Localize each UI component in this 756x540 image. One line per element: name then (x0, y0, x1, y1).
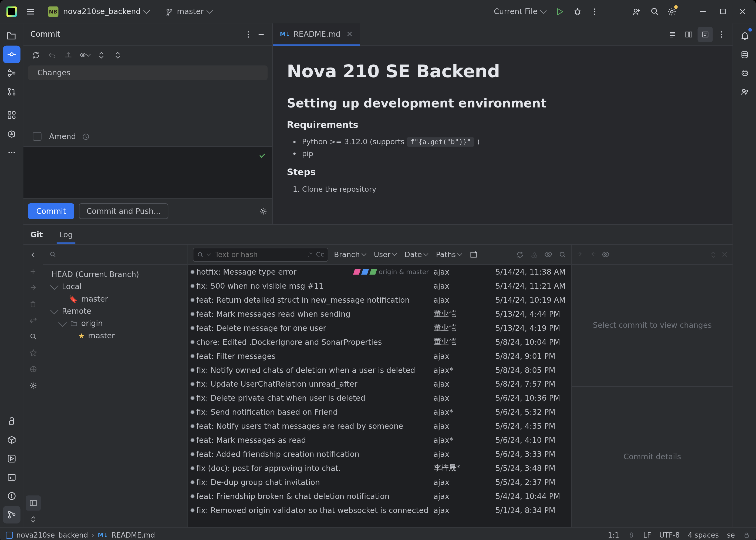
find-button[interactable] (25, 329, 41, 344)
details-close-button[interactable] (721, 251, 728, 258)
debug-button[interactable] (569, 3, 586, 20)
search-everywhere-button[interactable] (646, 3, 663, 20)
commit-row[interactable]: feat: Friendship broken & chat deletion … (188, 489, 571, 503)
close-tab-button[interactable]: ✕ (346, 30, 353, 38)
commit-row[interactable]: feat: Mark messages read when sending董业恺… (188, 307, 571, 321)
preview-only-view-button[interactable] (698, 27, 713, 42)
commit-row[interactable]: fix: Removed origin validator so that we… (188, 503, 571, 517)
branches-pane-toggle[interactable] (25, 495, 41, 510)
services-tool-button[interactable] (3, 106, 20, 124)
problems-tool-button[interactable] (3, 487, 20, 505)
commit-row[interactable]: feat: Return detailed struct in new_mess… (188, 293, 571, 307)
refresh-log-button[interactable] (516, 250, 524, 258)
details-nav-right[interactable] (589, 251, 596, 258)
commit-row[interactable]: chore: Edited .DockerIgnore and SonarPro… (188, 335, 571, 349)
database-tool-button[interactable] (736, 46, 753, 63)
delete-branch-button[interactable] (25, 296, 41, 311)
changelist-button[interactable] (96, 50, 106, 60)
branch-filter[interactable]: Branch (331, 249, 368, 260)
terminal-tool-button[interactable] (3, 469, 20, 486)
copilot-tool-button[interactable] (736, 64, 753, 82)
details-expand-button[interactable] (710, 251, 717, 258)
editor-more-button[interactable] (714, 27, 729, 42)
markdown-preview[interactable]: Nova 210 SE Backend Setting up developme… (273, 46, 732, 224)
git-log-tab[interactable]: Log (52, 226, 80, 243)
collapse-button[interactable] (25, 512, 41, 527)
new-branch-button[interactable] (25, 264, 41, 279)
breadcrumb-file[interactable]: README.md (111, 531, 155, 539)
cherry-pick-button[interactable] (530, 250, 538, 258)
branch-selector[interactable]: master (161, 5, 216, 18)
python-console-tool-button[interactable] (3, 413, 20, 430)
local-branches-node[interactable]: Local (43, 281, 188, 293)
run-button[interactable] (552, 3, 568, 20)
fetch-button[interactable] (25, 361, 41, 377)
git-settings-button[interactable] (25, 378, 41, 393)
commit-row[interactable]: fix: Delete private chat when user is de… (188, 391, 571, 405)
commit-row[interactable]: fix: Notify owned chats of deletion when… (188, 363, 571, 377)
details-eye[interactable] (601, 250, 610, 259)
collaborators-tool-button[interactable] (736, 83, 753, 100)
caret-position[interactable]: 1:1 (608, 531, 619, 539)
remote-branches-node[interactable]: Remote (43, 305, 188, 317)
window-minimize-button[interactable] (693, 3, 713, 20)
commit-row[interactable]: fix: 500 when no visible msg #11ajax5/14… (188, 279, 571, 293)
compare-button[interactable] (25, 313, 41, 328)
log-search-input[interactable] (214, 250, 304, 259)
commit-panel-options-button[interactable] (244, 30, 252, 38)
branches-search[interactable] (43, 245, 188, 265)
diff-button[interactable] (63, 50, 74, 60)
commit-log-table[interactable]: hotfix: Message type errororigin & maste… (188, 265, 571, 527)
main-menu-button[interactable] (22, 3, 39, 20)
indent-settings[interactable]: 4 spaces (688, 531, 719, 539)
origin-remote-node[interactable]: origin (43, 317, 188, 330)
open-new-tab-button[interactable] (470, 250, 478, 259)
structure-tool-button[interactable] (3, 64, 20, 82)
commit-and-push-button[interactable]: Commit and Push... (79, 203, 168, 219)
run-config-selector[interactable]: Current File (489, 5, 551, 18)
history-icon[interactable] (82, 132, 90, 140)
commit-row[interactable]: feat: Added friendship creation notifica… (188, 447, 571, 461)
amend-checkbox[interactable] (33, 132, 41, 141)
readonly-lock-icon[interactable] (743, 531, 750, 538)
commit-row[interactable]: feat: Filter messagesajax5/8/24, 9:01 PM (188, 349, 571, 363)
ai-assistant-tool-button[interactable] (3, 125, 20, 143)
file-encoding[interactable]: UTF-8 (659, 531, 680, 539)
find-in-log-button[interactable] (559, 250, 567, 258)
commit-row[interactable]: fix: Send notification based on Friendaj… (188, 405, 571, 419)
code-with-me-button[interactable] (629, 3, 645, 20)
commit-row[interactable]: feat: Mark messages as readajax*5/6/24, … (188, 433, 571, 447)
editor-tab-readme[interactable]: M↓ README.md ✕ (273, 24, 360, 45)
window-close-button[interactable] (732, 3, 752, 20)
commit-settings-button[interactable] (259, 207, 268, 215)
line-separator[interactable]: LF (643, 531, 651, 539)
more-tools-button[interactable] (3, 144, 20, 161)
refresh-button[interactable] (31, 50, 41, 60)
pull-requests-tool-button[interactable] (3, 83, 20, 100)
regex-toggle[interactable]: .* (307, 251, 313, 258)
more-actions-button[interactable] (586, 3, 603, 20)
go-back-button[interactable] (25, 247, 41, 262)
vcs-tool-button[interactable] (3, 506, 20, 523)
paths-filter[interactable]: Paths (434, 249, 464, 260)
changes-node[interactable]: Changes (28, 66, 268, 80)
packages-tool-button[interactable] (3, 431, 20, 449)
commit-row[interactable]: fix: De-dup group chat invitationajax5/5… (188, 475, 571, 489)
project-tool-button[interactable] (3, 27, 20, 45)
interpreter-indicator[interactable]: se (727, 531, 735, 539)
commit-message-input[interactable] (24, 146, 272, 198)
details-nav-left[interactable] (577, 251, 584, 258)
power-save-icon[interactable] (627, 531, 635, 539)
window-maximize-button[interactable] (713, 3, 733, 20)
commit-panel-hide-button[interactable] (257, 30, 265, 38)
head-branch-row[interactable]: HEAD (Current Branch) (43, 268, 188, 280)
group-by-button[interactable] (112, 50, 123, 60)
commit-row[interactable]: feat: Delete message for one user董业恺5/13… (188, 321, 571, 335)
commit-tool-button[interactable] (3, 46, 20, 63)
breadcrumb-project[interactable]: nova210se_backend (17, 531, 88, 539)
notifications-button[interactable] (736, 27, 753, 45)
favorite-button[interactable] (25, 345, 41, 360)
rollback-button[interactable] (47, 50, 57, 60)
show-diff-button[interactable] (79, 50, 90, 60)
settings-button[interactable] (664, 3, 680, 20)
